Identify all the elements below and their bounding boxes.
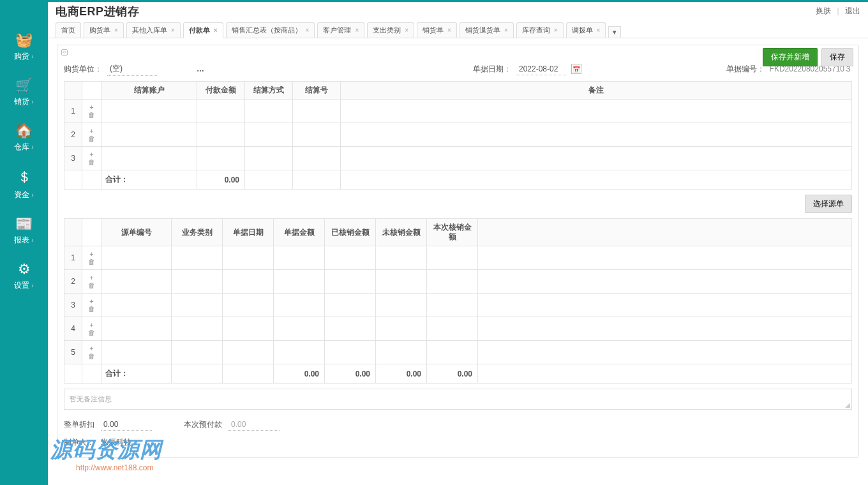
- tab[interactable]: 库存查询×: [516, 22, 564, 38]
- cell[interactable]: [172, 317, 223, 341]
- add-row-icon[interactable]: +: [89, 321, 93, 329]
- close-icon[interactable]: ×: [504, 27, 508, 34]
- delete-row-icon[interactable]: 🗑: [88, 135, 95, 142]
- sidebar-item-settings[interactable]: ⚙设置: [0, 255, 48, 300]
- add-row-icon[interactable]: +: [89, 127, 93, 135]
- cell[interactable]: [101, 270, 172, 294]
- sidebar-item-warehouse[interactable]: 🏠仓库: [0, 116, 48, 161]
- delete-row-icon[interactable]: 🗑: [88, 111, 95, 119]
- add-row-icon[interactable]: +: [89, 151, 93, 158]
- tab[interactable]: 其他入库单×: [126, 22, 181, 38]
- tab[interactable]: 首页: [56, 22, 81, 38]
- cell[interactable]: [427, 246, 478, 270]
- cell[interactable]: [101, 341, 172, 364]
- cell[interactable]: [274, 270, 325, 294]
- tab[interactable]: 客户管理×: [317, 22, 364, 38]
- switch-skin-link[interactable]: 换肤: [816, 6, 831, 15]
- prepay-input[interactable]: 0.00: [228, 419, 280, 431]
- close-icon[interactable]: ×: [447, 27, 451, 34]
- cell[interactable]: [376, 270, 427, 294]
- save-and-new-button[interactable]: 保存并新增: [763, 48, 818, 66]
- add-row-icon[interactable]: +: [89, 103, 93, 111]
- cell[interactable]: [325, 294, 376, 317]
- cell[interactable]: [223, 246, 274, 270]
- tab[interactable]: 调拨单×: [566, 22, 606, 38]
- tab[interactable]: 销售汇总表（按商品）×: [226, 22, 315, 38]
- tab[interactable]: 销货退货单×: [460, 22, 514, 38]
- sidebar-item-funds[interactable]: ＄资金: [0, 161, 48, 209]
- cell[interactable]: [427, 317, 478, 341]
- remark-textarea[interactable]: 暂无备注信息 ◢: [64, 389, 852, 410]
- save-button[interactable]: 保存: [821, 48, 853, 66]
- supplier-value[interactable]: (空): [107, 62, 158, 76]
- cell[interactable]: [274, 341, 325, 364]
- close-icon[interactable]: ×: [171, 27, 175, 34]
- cell[interactable]: [274, 294, 325, 317]
- close-icon[interactable]: ×: [306, 27, 310, 34]
- close-icon[interactable]: ×: [114, 27, 118, 34]
- close-icon[interactable]: ×: [597, 27, 601, 34]
- cell[interactable]: [101, 294, 172, 317]
- cell[interactable]: [101, 100, 197, 123]
- cell[interactable]: [223, 294, 274, 317]
- tab[interactable]: 销货单×: [417, 22, 457, 38]
- cell[interactable]: [427, 270, 478, 294]
- cell[interactable]: [172, 341, 223, 364]
- select-source-button[interactable]: 选择源单: [805, 195, 852, 213]
- calendar-icon[interactable]: 📅: [571, 64, 581, 74]
- close-icon[interactable]: ×: [554, 27, 558, 34]
- sidebar-item-reports[interactable]: 📰报表: [0, 209, 48, 255]
- date-value[interactable]: 2022-08-02: [516, 63, 567, 75]
- close-icon[interactable]: ×: [355, 27, 359, 34]
- cell[interactable]: [341, 123, 852, 147]
- cell[interactable]: [274, 246, 325, 270]
- cell[interactable]: [341, 147, 852, 170]
- cell[interactable]: [101, 147, 197, 170]
- close-icon[interactable]: ×: [214, 27, 218, 34]
- cell[interactable]: [376, 246, 427, 270]
- cell[interactable]: [101, 317, 172, 341]
- delete-row-icon[interactable]: 🗑: [88, 158, 95, 166]
- cell[interactable]: [223, 317, 274, 341]
- add-row-icon[interactable]: +: [89, 345, 93, 352]
- cell[interactable]: [376, 317, 427, 341]
- cell[interactable]: [376, 294, 427, 317]
- cell[interactable]: [101, 123, 197, 147]
- cell[interactable]: [325, 317, 376, 341]
- tab[interactable]: 支出类别×: [367, 22, 414, 38]
- add-row-icon[interactable]: +: [89, 274, 93, 281]
- collapse-icon[interactable]: ○: [61, 49, 68, 56]
- cell[interactable]: [325, 270, 376, 294]
- cell[interactable]: [223, 341, 274, 364]
- discount-input[interactable]: 0.00: [101, 419, 152, 431]
- cell[interactable]: [293, 100, 341, 123]
- cell[interactable]: [245, 100, 293, 123]
- cell[interactable]: [293, 147, 341, 170]
- cell[interactable]: [197, 123, 245, 147]
- cell[interactable]: [427, 341, 478, 364]
- tab[interactable]: 购货单×: [84, 22, 124, 38]
- supplier-picker-icon[interactable]: …: [197, 64, 205, 73]
- resize-handle-icon[interactable]: ◢: [845, 401, 850, 408]
- sidebar-item-purchase[interactable]: 🧺购货: [0, 26, 48, 71]
- tab[interactable]: 付款单×: [183, 22, 223, 38]
- cell[interactable]: [376, 341, 427, 364]
- cell[interactable]: [341, 100, 852, 123]
- cell[interactable]: [197, 147, 245, 170]
- cell[interactable]: [172, 270, 223, 294]
- delete-row-icon[interactable]: 🗑: [88, 305, 95, 313]
- tab-more-button[interactable]: ▾: [608, 26, 621, 38]
- add-row-icon[interactable]: +: [89, 297, 93, 305]
- cell[interactable]: [197, 100, 245, 123]
- cell[interactable]: [172, 246, 223, 270]
- cell[interactable]: [172, 294, 223, 317]
- sidebar-item-sales[interactable]: 🛒销货: [0, 71, 48, 116]
- cell[interactable]: [293, 123, 341, 147]
- cell[interactable]: [325, 341, 376, 364]
- cell[interactable]: [245, 123, 293, 147]
- add-row-icon[interactable]: +: [89, 250, 93, 258]
- delete-row-icon[interactable]: 🗑: [88, 352, 95, 360]
- cell[interactable]: [274, 317, 325, 341]
- close-icon[interactable]: ×: [405, 27, 408, 34]
- cell[interactable]: [325, 246, 376, 270]
